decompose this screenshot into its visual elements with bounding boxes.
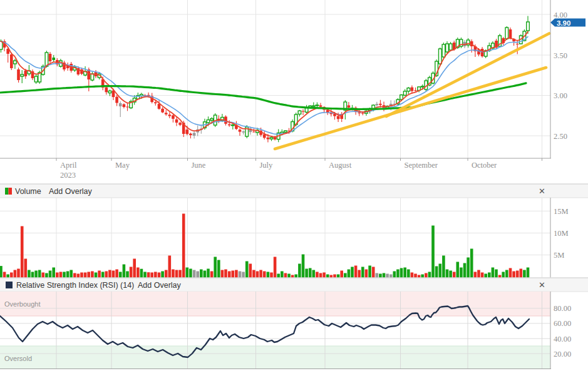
svg-text:✕: ✕ [539,280,545,290]
svg-text:3.50: 3.50 [554,51,567,60]
svg-text:3.00: 3.00 [554,91,567,100]
svg-text:April: April [60,161,77,170]
svg-text:3.90: 3.90 [557,19,570,27]
svg-text:May: May [115,161,130,170]
svg-text:5M: 5M [554,251,564,260]
svg-text:15M: 15M [554,207,569,216]
svg-text:Add Overlay: Add Overlay [49,187,93,196]
svg-text:Relative Strength Index (RSI): Relative Strength Index (RSI) (14) [16,281,134,290]
svg-text:2023: 2023 [60,171,76,180]
svg-text:Oversold: Oversold [4,355,32,362]
svg-text:80.00: 80.00 [554,304,571,313]
svg-text:September: September [405,161,438,170]
svg-text:Overbought: Overbought [4,300,40,308]
svg-text:20.00: 20.00 [554,350,571,358]
svg-text:10M: 10M [554,229,569,238]
svg-text:2.50: 2.50 [554,132,567,141]
svg-text:July: July [260,161,274,170]
svg-text:40.00: 40.00 [554,335,571,343]
svg-text:4.00: 4.00 [554,11,567,19]
svg-text:Add Overlay: Add Overlay [138,281,182,290]
svg-text:June: June [192,161,206,170]
svg-text:August: August [329,161,352,170]
svg-text:60.00: 60.00 [554,319,571,328]
svg-text:Volume: Volume [15,187,41,196]
svg-text:October: October [472,161,497,170]
svg-text:✕: ✕ [539,186,545,196]
